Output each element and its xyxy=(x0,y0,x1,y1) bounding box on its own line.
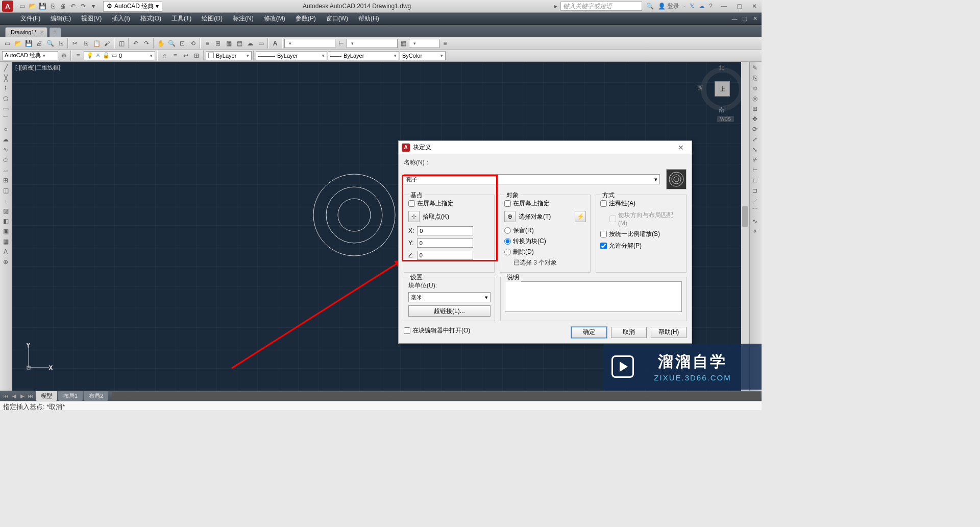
spline-icon[interactable]: ∿ xyxy=(0,145,11,155)
save-icon[interactable]: 💾 xyxy=(38,2,47,11)
tab-layout2[interactable]: 布局2 xyxy=(84,391,108,401)
tab-layout1[interactable]: 布局1 xyxy=(58,391,83,401)
tab-prev-icon[interactable]: ◀ xyxy=(10,392,18,400)
join-icon[interactable]: ⊐ xyxy=(750,185,760,196)
new-doc-icon[interactable]: ▭ xyxy=(2,38,12,49)
scale-icon[interactable]: ⤢ xyxy=(750,134,760,145)
vertical-scrollbar[interactable] xyxy=(741,62,749,391)
lineweight-combo[interactable]: ——ByLayer▾ xyxy=(328,51,399,60)
search-arrow-icon[interactable]: ▸ xyxy=(551,2,560,11)
rectangle-icon[interactable]: ▭ xyxy=(0,104,11,114)
block-name-combo[interactable]: 靶子▾ xyxy=(404,174,660,184)
designcenter-icon[interactable]: ⊞ xyxy=(213,38,223,49)
save-doc-icon[interactable]: 💾 xyxy=(23,38,34,49)
select-objects-button[interactable]: ⊕ xyxy=(504,211,516,222)
insert-block-icon[interactable]: ⊞ xyxy=(0,175,11,185)
explode-icon[interactable]: ✧ xyxy=(750,226,760,236)
retain-radio[interactable]: 保留(R) xyxy=(504,226,586,235)
pline-icon[interactable]: ⌇ xyxy=(0,83,11,93)
doc-minimize[interactable]: — xyxy=(730,15,739,23)
xline-icon[interactable]: ╳ xyxy=(0,73,11,83)
break-icon[interactable]: ⊏ xyxy=(750,175,760,185)
dimstyle-icon[interactable]: ⊢ xyxy=(336,38,346,49)
obj-specify-onscreen-checkbox[interactable]: 在屏幕上指定 xyxy=(504,199,586,208)
exchange-icon[interactable]: 𝕏 xyxy=(690,3,695,10)
tab-last-icon[interactable]: ⏭ xyxy=(27,392,35,400)
hyperlink-button[interactable]: 超链接(L)... xyxy=(408,305,491,317)
fillet-icon[interactable]: ⌒ xyxy=(750,206,760,216)
viewport-label[interactable]: [-][俯视][二维线框] xyxy=(15,64,60,71)
new-icon[interactable]: ▭ xyxy=(17,2,27,11)
copy-icon[interactable]: ⎘ xyxy=(81,38,91,49)
point-icon[interactable]: · xyxy=(0,196,11,206)
addselect-icon[interactable]: ⊕ xyxy=(0,257,11,267)
dialog-close-button[interactable]: ✕ xyxy=(673,143,689,152)
filetab-new[interactable]: + xyxy=(50,28,61,37)
scale-uniform-checkbox[interactable]: 按统一比例缩放(S) xyxy=(600,230,682,238)
convert-radio[interactable]: 转换为块(C) xyxy=(504,237,586,246)
annotative-checkbox[interactable]: 注释性(A) xyxy=(600,199,682,208)
saveas-icon[interactable]: ⎘ xyxy=(48,2,57,11)
bp-z-input[interactable] xyxy=(417,251,473,260)
hatch-icon[interactable]: ▨ xyxy=(0,206,11,216)
line-icon[interactable]: ╱ xyxy=(0,63,11,73)
paste-icon[interactable]: 📋 xyxy=(91,38,102,49)
help-button[interactable]: 帮助(H) xyxy=(651,327,687,338)
textstyle-combo[interactable]: ▾ xyxy=(284,39,335,48)
layer-prev-icon[interactable]: ↩ xyxy=(181,51,191,61)
workspace-selector[interactable]: ⚙ AutoCAD 经典 ▾ xyxy=(103,1,162,12)
redo-icon[interactable]: ↷ xyxy=(79,2,88,11)
copy-obj-icon[interactable]: ⎘ xyxy=(750,73,760,83)
zoom-prev-icon[interactable]: ⟲ xyxy=(188,38,198,49)
menu-dimension[interactable]: 标注(N) xyxy=(228,14,259,23)
workspace-combo[interactable]: AutoCAD 经典▾ xyxy=(2,51,58,60)
block-unit-combo[interactable]: 毫米▾ xyxy=(408,292,491,302)
rotate-icon[interactable]: ⟳ xyxy=(750,124,760,134)
block-editor-icon[interactable]: ◫ xyxy=(116,38,127,49)
print-icon[interactable]: 🖨 xyxy=(34,38,44,49)
stretch-icon[interactable]: ⤡ xyxy=(750,145,760,155)
help-icon[interactable]: ? xyxy=(709,3,713,10)
delete-radio[interactable]: 删除(D) xyxy=(504,248,586,256)
extend-icon[interactable]: ⊢ xyxy=(750,165,760,175)
dimstyle-combo[interactable]: ▾ xyxy=(347,39,398,48)
qat-dropdown-icon[interactable]: ▾ xyxy=(89,2,98,11)
menu-window[interactable]: 窗口(W) xyxy=(321,14,353,23)
doc-restore[interactable]: ▢ xyxy=(740,15,749,23)
chamfer-icon[interactable]: ⟋ xyxy=(750,196,760,206)
menu-edit[interactable]: 编辑(E) xyxy=(45,14,76,23)
pan-icon[interactable]: ✋ xyxy=(156,38,166,49)
erase-icon[interactable]: ✎ xyxy=(750,63,760,73)
color-combo[interactable]: ByLayer▾ xyxy=(206,51,252,60)
layer-combo[interactable]: 💡☀🔓▭ 0▾ xyxy=(84,51,155,60)
quickselect-button[interactable]: ⚡ xyxy=(575,211,586,222)
tablestyle-combo[interactable]: ▾ xyxy=(409,39,439,48)
menu-insert[interactable]: 插入(I) xyxy=(107,14,135,23)
menu-modify[interactable]: 修改(M) xyxy=(259,14,290,23)
array-icon[interactable]: ⊞ xyxy=(750,104,760,114)
layer-props-icon[interactable]: ≡ xyxy=(73,51,83,61)
mirror-icon[interactable]: ⎊ xyxy=(750,83,760,93)
cut-icon[interactable]: ✂ xyxy=(70,38,80,49)
allow-explode-checkbox[interactable]: 允许分解(P) xyxy=(600,242,682,250)
cancel-button[interactable]: 取消 xyxy=(611,327,647,338)
markup-icon[interactable]: ☁ xyxy=(245,38,255,49)
filetab-close-icon[interactable]: ✕ xyxy=(40,30,44,35)
viewcube-top[interactable]: 上 xyxy=(715,81,730,97)
wcs-label[interactable]: WCS xyxy=(717,116,734,122)
menu-tools[interactable]: 工具(T) xyxy=(166,14,197,23)
command-line[interactable]: 指定插入基点: *取消* ▸▾ BLOCK xyxy=(0,401,762,410)
workspace-settings-icon[interactable]: ⚙ xyxy=(59,51,69,61)
tab-model[interactable]: 模型 xyxy=(36,391,57,401)
binoculars-icon[interactable]: 🔍 xyxy=(646,3,654,10)
open-icon[interactable]: 📂 xyxy=(28,2,37,11)
make-block-icon[interactable]: ◫ xyxy=(0,185,11,196)
polygon-icon[interactable]: ⬠ xyxy=(0,93,11,104)
properties-icon[interactable]: ≡ xyxy=(202,38,212,49)
ellipse-icon[interactable]: ⬭ xyxy=(0,155,11,165)
redo2-icon[interactable]: ↷ xyxy=(141,38,152,49)
bp-y-input[interactable] xyxy=(417,238,473,248)
offset-icon[interactable]: ◎ xyxy=(750,93,760,104)
maximize-button[interactable]: ▢ xyxy=(732,1,746,12)
region-icon[interactable]: ▣ xyxy=(0,226,11,236)
